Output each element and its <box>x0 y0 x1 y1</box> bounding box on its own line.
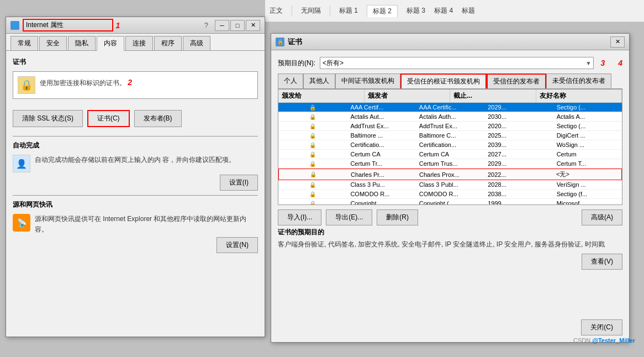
cert-list-row[interactable]: 🔒AAA Certif...AAA Certific...2029...Sect… <box>278 103 622 112</box>
remove-button[interactable]: 删除(R) <box>377 209 418 225</box>
cert-tab-trusted-root[interactable]: 受信任的根证书颁发机构 <box>400 74 487 89</box>
cert-friendly-name: Microsof... <box>553 199 622 205</box>
cert-issued-to: Class 3 Pu... <box>347 180 415 189</box>
cert-expiry: 2029... <box>484 159 553 168</box>
cert-issued-by: AddTrust Ex... <box>416 122 484 130</box>
toolbar-tab-biaoti1[interactable]: 标题 1 <box>339 6 358 15</box>
cert-issued-to: Actalis Aut... <box>347 112 415 121</box>
tab-security[interactable]: 安全 <box>39 36 67 50</box>
export-button[interactable]: 导出(E)... <box>326 209 372 225</box>
col-expiry: 截止... <box>450 90 536 102</box>
tab-privacy[interactable]: 隐私 <box>68 36 96 50</box>
minimize-button[interactable]: ─ <box>215 20 229 31</box>
internet-dialog-title: Internet 属性 <box>23 19 113 32</box>
cert-issued-by: Certification... <box>416 140 484 149</box>
cert-issued-by: Baltimore C... <box>416 131 484 140</box>
maximize-button[interactable]: □ <box>230 20 245 31</box>
tab-advanced[interactable]: 高级 <box>183 36 210 50</box>
cert-issued-to: Copyright... <box>347 199 415 205</box>
autocomplete-settings-row: 设置(I) <box>13 175 258 191</box>
cert-friendly-name: Sectigo (... <box>553 103 622 112</box>
feeds-text: 源和网页快讯提供可在 Internet Explorer 和其他程序中读取的网站… <box>35 214 258 235</box>
dropdown-arrow-icon: ▼ <box>586 60 592 66</box>
cert-close-button[interactable]: ✕ <box>610 36 625 48</box>
cert-tab-others[interactable]: 其他人 <box>303 74 335 88</box>
cert-friendly-name: Certum <box>553 150 622 159</box>
cert-list-row[interactable]: 🔒Actalis Aut...Actalis Auth...2030...Act… <box>278 112 622 122</box>
cert-button[interactable]: 证书(C) <box>87 110 130 127</box>
cert-issued-to: AddTrust Ex... <box>347 122 415 130</box>
tab-connections[interactable]: 连接 <box>125 36 153 50</box>
clear-ssl-button[interactable]: 清除 SSL 状态(S) <box>13 110 83 127</box>
cert-issued-by: Copyright (... <box>416 199 484 205</box>
cert-tab-trusted-publishers[interactable]: 受信任的发布者 <box>487 74 546 88</box>
toolbar-item-zhengwen[interactable]: 正文 <box>270 6 283 15</box>
cert-issued-to: Certum Tr... <box>347 159 415 168</box>
annotation-1: 1 <box>115 21 120 30</box>
cert-friendly-name: Sectigo (... <box>553 122 622 130</box>
internet-dialog-titlebar: 🌐 Internet 属性 1 ? ─ □ ✕ <box>6 17 265 34</box>
tab-general[interactable]: 常规 <box>10 36 38 50</box>
purpose-dropdown[interactable]: <所有> ▼ <box>320 57 594 69</box>
cert-friendly-name: VeriSign ... <box>553 180 622 189</box>
toolbar-item-wujiange[interactable]: 无间隔 <box>301 6 321 15</box>
cert-list-row[interactable]: 🔒Certum CACertum CA2027...Certum <box>278 150 622 159</box>
divider1 <box>13 136 258 136</box>
annotation-4: 4 <box>618 59 622 67</box>
col-issued-to: 颁发给 <box>278 90 365 102</box>
cert-issued-by: Certum Trus... <box>416 159 484 168</box>
cert-tab-untrusted[interactable]: 未受信任的发布者 <box>546 74 611 88</box>
toolbar-tab-biaoti[interactable]: 标题 <box>462 6 475 15</box>
cert-expiry: 2038... <box>484 190 553 198</box>
annotation-3: 3 <box>600 59 605 67</box>
divider2 <box>13 195 258 196</box>
cert-row-icon: 🔒 <box>278 160 347 168</box>
autocomplete-settings-button[interactable]: 设置(I) <box>220 175 258 191</box>
view-button[interactable]: 查看(V) <box>582 254 622 270</box>
toolbar-tab-biaoti2-active[interactable]: 标题 2 <box>367 5 398 17</box>
cert-list-row[interactable]: 🔒Class 3 Pu...Class 3 Publ...2028...Veri… <box>278 180 622 190</box>
cert-expiry: 2039... <box>484 140 553 149</box>
cert-list-row[interactable]: 🔒Copyright...Copyright (...1999Microsof.… <box>278 199 622 205</box>
tab-content[interactable]: 内容 <box>97 36 124 51</box>
cert-row-icon: 🔒 <box>278 200 347 206</box>
separator2 <box>330 6 330 17</box>
cert-issued-by: COMODO R... <box>416 190 484 198</box>
toolbar-tab-biaoti4[interactable]: 标题 4 <box>434 6 453 15</box>
cert-row-icon: 🔒 <box>278 132 347 140</box>
autocomplete-icon: 👤 <box>13 155 30 172</box>
cert-issued-by: Certum CA <box>416 150 484 159</box>
cert-expiry: 2027... <box>484 150 553 159</box>
purpose-row: 预期目的(N): <所有> ▼ 3 4 <box>278 57 622 69</box>
help-question[interactable]: ? <box>204 21 208 29</box>
cert-tab-intermediate[interactable]: 中间证书颁发机构 <box>335 74 400 88</box>
cert-friendly-name: Actalis A... <box>553 112 622 121</box>
internet-dialog-tabs: 常规 安全 隐私 内容 连接 程序 高级 <box>6 34 265 51</box>
cert-list-row[interactable]: 🔒Charles Pr...Charles Prox...2022...<无> <box>278 169 622 180</box>
publisher-button[interactable]: 发布者(B) <box>134 110 182 127</box>
cert-issued-to: Baltimore ... <box>347 131 415 140</box>
feeds-settings-button[interactable]: 设置(N) <box>217 237 258 253</box>
cert-expiry: 2022... <box>484 170 553 179</box>
cert-list-row[interactable]: 🔒Baltimore ...Baltimore C...2025...DigiC… <box>278 131 622 140</box>
cert-buttons: 清除 SSL 状态(S) 证书(C) 发布者(B) <box>13 110 258 127</box>
toolbar-tab-biaoti3[interactable]: 标题 3 <box>407 6 425 15</box>
cert-friendly-name: Certum T... <box>553 159 622 168</box>
cert-list-row[interactable]: 🔒COMODO R...COMODO R...2038...Sectigo (f… <box>278 190 622 199</box>
feeds-section-header: 源和网页快讯 <box>13 200 258 209</box>
close-button[interactable]: ✕ <box>246 20 260 31</box>
import-button[interactable]: 导入(I)... <box>278 209 321 225</box>
separator <box>292 6 292 17</box>
autocomplete-text: 自动完成功能会存储以前在网页上输入的内 容，并向你建议匹配项。 <box>35 155 258 165</box>
cert-section-header: 证书 <box>13 57 258 67</box>
cert-list-row[interactable]: 🔒AddTrust Ex...AddTrust Ex...2020...Sect… <box>278 122 622 131</box>
advanced-button[interactable]: 高级(A) <box>582 209 622 225</box>
tab-programs[interactable]: 程序 <box>154 36 182 50</box>
cert-tab-personal[interactable]: 个人 <box>278 74 303 88</box>
internet-icon: 🌐 <box>10 21 19 30</box>
cert-list-row[interactable]: 🔒Certum Tr...Certum Trus...2029...Certum… <box>278 159 622 169</box>
close-dialog-button[interactable]: 关闭(C) <box>581 319 622 335</box>
cert-list-row[interactable]: 🔒Certificatio...Certification...2039...W… <box>278 140 622 150</box>
cert-row-icon: 🔒 <box>278 150 347 159</box>
cert-list[interactable]: 颁发给 颁发者 截止... 友好名称 🔒AAA Certif...AAA Cer… <box>278 89 622 205</box>
